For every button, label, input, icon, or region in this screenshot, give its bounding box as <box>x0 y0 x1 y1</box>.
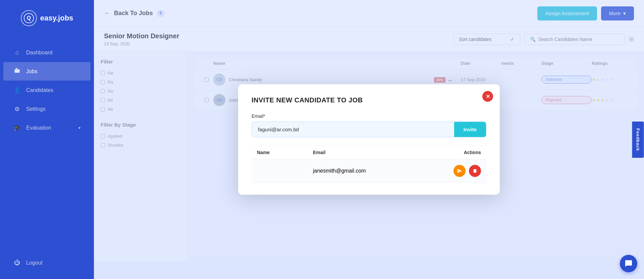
feedback-tab[interactable]: Feedback <box>632 122 644 158</box>
sidebar-item-label-logout: Logout <box>26 260 43 266</box>
sidebar-item-label-evaluation: Evaluation <box>26 125 51 131</box>
modal-close-button[interactable]: ✕ <box>482 91 493 102</box>
logo: Q easy.jobs <box>14 7 80 30</box>
sidebar-item-candidates[interactable]: 👤 Candidates <box>3 81 91 99</box>
modal-title: INVITE NEW CANDIDATE TO JOB <box>252 96 486 104</box>
col-name-header: Name <box>257 150 313 155</box>
invite-button[interactable]: Invite <box>454 122 486 137</box>
svg-text:Q: Q <box>26 15 31 21</box>
row-actions <box>425 165 481 177</box>
email-input-row: Invite <box>252 122 486 137</box>
invite-table-header: Name Email Actions <box>252 145 486 159</box>
modal-overlay: ✕ INVITE NEW CANDIDATE TO JOB Email* Inv… <box>94 0 644 279</box>
sidebar-item-label-jobs: Jobs <box>26 68 38 75</box>
email-input[interactable] <box>252 122 454 137</box>
invite-modal: ✕ INVITE NEW CANDIDATE TO JOB Email* Inv… <box>238 84 500 195</box>
logout-icon: ⏻ <box>13 259 21 266</box>
sidebar-item-label-candidates: Candidates <box>26 87 53 93</box>
candidates-icon: 👤 <box>13 87 21 94</box>
sidebar-item-logout[interactable]: ⏻ Logout <box>3 254 91 272</box>
sidebar-item-jobs[interactable]: Jobs <box>3 62 91 81</box>
sidebar-item-evaluation[interactable]: 🎓 Evaluation ▾ <box>3 119 91 137</box>
chat-bubble[interactable] <box>620 255 637 272</box>
main-content: ← Back To Jobs ? Assign Assessment More … <box>94 0 644 279</box>
sidebar-item-dashboard[interactable]: ⌂ Dashboard <box>3 44 91 61</box>
sidebar-item-label-settings: Settings <box>26 106 46 112</box>
delete-invite-button[interactable] <box>469 165 481 177</box>
svg-rect-2 <box>15 69 20 73</box>
chevron-icon: ▾ <box>78 126 80 130</box>
logo-text: easy.jobs <box>40 14 73 22</box>
invitee-email: janesmith@gmail.com <box>313 168 425 174</box>
settings-icon: ⚙ <box>13 105 21 113</box>
jobs-icon <box>13 67 21 75</box>
invite-table-row: janesmith@gmail.com <box>252 159 486 183</box>
home-icon: ⌂ <box>13 49 21 56</box>
col-actions-header: Actions <box>425 150 481 155</box>
sidebar-item-settings[interactable]: ⚙ Settings <box>3 100 91 118</box>
feedback-label: Feedback <box>636 128 641 151</box>
sidebar-item-label-dashboard: Dashboard <box>26 50 52 56</box>
sidebar-bottom: ⏻ Logout <box>0 253 94 279</box>
evaluation-icon: 🎓 <box>13 124 21 132</box>
sidebar-nav: ⌂ Dashboard Jobs 👤 Candidates ⚙ Settings… <box>0 43 94 138</box>
col-email-header: Email <box>313 150 425 155</box>
sidebar: Q easy.jobs ⌂ Dashboard Jobs 👤 Candidate… <box>0 0 94 279</box>
send-invite-button[interactable] <box>453 165 466 177</box>
email-label: Email* <box>252 113 486 119</box>
logo-icon: Q <box>21 10 37 26</box>
